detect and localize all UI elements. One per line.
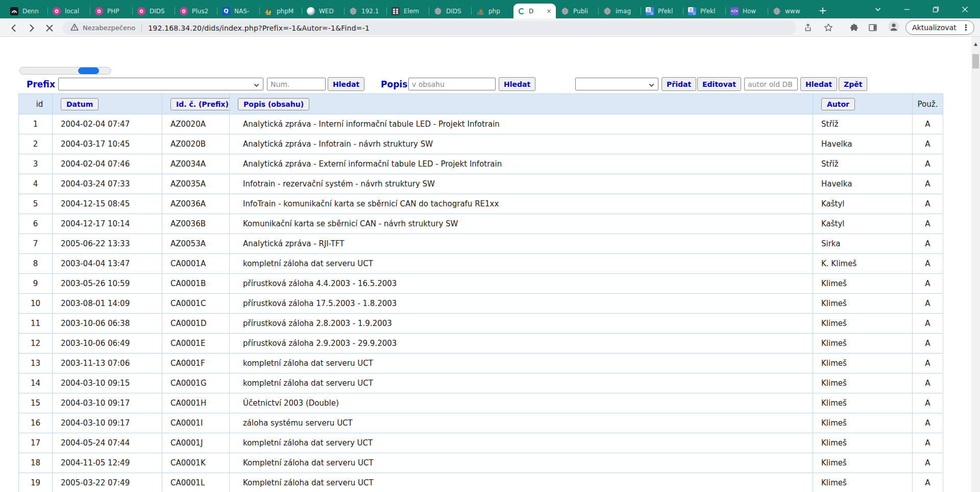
sort-prefix-button[interactable]: Id. č. (Prefix) — [170, 98, 230, 110]
cell-pouz: A — [913, 294, 943, 314]
tab-separator — [175, 7, 175, 15]
tab-label: D — [529, 8, 533, 15]
sort-datum-button[interactable]: Datum — [61, 98, 99, 110]
extensions-puzzle-icon[interactable] — [848, 22, 860, 33]
tab-search-chevron-icon[interactable] — [866, 0, 890, 18]
tab[interactable]: 文GPřekl — [683, 4, 725, 18]
vertical-scrollbar[interactable]: ▲ — [971, 37, 980, 492]
cell-autor: Klimeš — [813, 294, 913, 314]
cell-autor: Klimeš — [813, 453, 913, 473]
cell-popis: záloha systému serveru UCT — [230, 413, 813, 433]
cell-prefix: CA0001A — [162, 254, 230, 274]
cell-id: 5 — [19, 194, 53, 214]
maximize-button[interactable] — [924, 0, 948, 18]
update-browser-button[interactable]: Aktualizovat ⋮ — [905, 20, 974, 35]
edit-button[interactable]: Editovat — [697, 77, 741, 91]
cell-prefix: CA0001G — [162, 373, 230, 393]
cell-popis: Analytická zpráva - RJI-TFT — [230, 234, 813, 254]
search-num-button[interactable]: Hledat — [328, 77, 364, 91]
tab[interactable]: 文GPřekl — [641, 4, 683, 18]
table-row: 162004-03-10 09:17CA0001Izáloha systému … — [19, 413, 943, 433]
cell-prefix: AZ0036B — [162, 214, 230, 234]
tab[interactable]: phpM — [259, 4, 302, 18]
tab[interactable]: QNAS- — [217, 4, 259, 18]
cell-datum: 2004-02-04 07:46 — [53, 154, 162, 174]
cell-popis: kompletní záloha dat serveru UCT — [230, 354, 813, 373]
tab[interactable]: Publi — [556, 4, 598, 18]
tab[interactable]: imag — [598, 4, 641, 18]
cell-pouz: A — [913, 234, 943, 254]
tab[interactable]: Plus2 — [175, 4, 217, 18]
not-secure-warning-icon — [70, 23, 79, 33]
browser-window: DennlocalPHPDIDSPlus2QNAS-phpMWED192.1El… — [0, 0, 980, 492]
cell-pouz: A — [913, 154, 943, 174]
tab[interactable]: Denn — [5, 4, 47, 18]
cell-datum: 2005-03-22 07:49 — [53, 473, 162, 492]
phpmyadmin-icon — [264, 7, 273, 15]
side-panel-icon[interactable] — [867, 22, 878, 33]
cell-autor: Stříž — [813, 154, 913, 174]
num-input[interactable] — [267, 78, 326, 90]
cell-prefix: AZ0053A — [162, 234, 230, 254]
add-button[interactable]: Přidat — [662, 77, 696, 91]
table-row: 182004-11-05 12:49CA0001KKompletní záloh… — [19, 453, 943, 473]
bookmark-star-icon[interactable] — [823, 22, 834, 33]
search-content-button[interactable]: Hledat — [499, 77, 535, 91]
cell-datum: 2004-03-24 07:33 — [53, 174, 162, 194]
address-bar[interactable]: Nezabezpečeno 192.168.34.20/dids/index.p… — [62, 21, 796, 35]
tab[interactable]: php — [471, 4, 513, 18]
scrollbar-thumb[interactable] — [972, 54, 979, 68]
code-icon: </> — [730, 7, 739, 15]
update-button-label: Aktualizovat — [912, 24, 957, 32]
close-window-button[interactable] — [953, 0, 977, 18]
header-pouz: Použ. — [913, 94, 943, 114]
share-icon[interactable] — [802, 22, 814, 33]
new-tab-button[interactable]: + — [815, 3, 830, 17]
tab[interactable]: </>How — [725, 4, 768, 18]
tab-strip: DennlocalPHPDIDSPlus2QNAS-phpMWED192.1El… — [0, 0, 980, 18]
tabs-container: DennlocalPHPDIDSPlus2QNAS-phpMWED192.1El… — [5, 4, 810, 18]
sort-autor-button[interactable]: Autor — [821, 98, 855, 110]
tab[interactable]: Elem — [386, 4, 429, 18]
stop-loading-button[interactable] — [44, 22, 55, 34]
cell-popis: Účetnictví 2003 (Double) — [230, 393, 813, 413]
profile-avatar[interactable] — [888, 21, 899, 32]
tab[interactable]: DIDS — [429, 4, 471, 18]
cell-prefix: CA0001F — [162, 354, 230, 373]
tab-active[interactable]: D× — [513, 4, 556, 18]
search-author-button[interactable]: Hledat — [800, 77, 837, 91]
cell-prefix: AZ0034A — [162, 154, 230, 174]
tab[interactable]: 192.1 — [344, 4, 386, 18]
back-button[interactable] — [8, 22, 19, 34]
tab[interactable]: www — [768, 4, 810, 18]
cell-pouz: A — [913, 114, 943, 134]
cell-prefix: CA0001L — [162, 473, 230, 492]
cell-pouz: A — [913, 134, 943, 154]
cell-datum: 2004-02-04 07:47 — [53, 114, 162, 134]
scroll-up-arrow-icon[interactable]: ▲ — [971, 39, 980, 49]
table-row: 112003-10-06 06:38CA0001Dpřírustková zál… — [19, 314, 943, 334]
forward-button[interactable] — [26, 22, 37, 34]
author-select[interactable] — [575, 78, 658, 90]
tab[interactable]: WED — [302, 4, 344, 18]
cell-autor: Stříž — [813, 114, 913, 134]
cell-id: 19 — [19, 473, 53, 492]
cell-id: 6 — [19, 214, 53, 234]
back-page-button[interactable]: Zpět — [839, 77, 867, 91]
tab-close-icon[interactable]: × — [546, 8, 552, 14]
cell-popis: přírustková záloha 2.9.2003 - 29.9.2003 — [230, 334, 813, 354]
grid-icon — [391, 7, 400, 15]
tab[interactable]: PHP — [90, 4, 132, 18]
cell-popis: kompletní záloha dat serveru UCT — [230, 254, 813, 274]
tab[interactable]: local — [47, 4, 90, 18]
menu-kebab-icon[interactable]: ⋮ — [962, 23, 970, 32]
cell-pouz: A — [913, 194, 943, 214]
prefix-select[interactable] — [58, 78, 263, 90]
cell-prefix: CA0001I — [162, 413, 230, 433]
sort-popis-button[interactable]: Popis (obsahu) — [238, 98, 309, 110]
content-search-input[interactable] — [408, 78, 496, 90]
author-old-db-input[interactable] — [744, 78, 798, 90]
tab[interactable]: DIDS — [132, 4, 175, 18]
minimize-button[interactable] — [895, 0, 919, 18]
cell-pouz: A — [913, 334, 943, 354]
